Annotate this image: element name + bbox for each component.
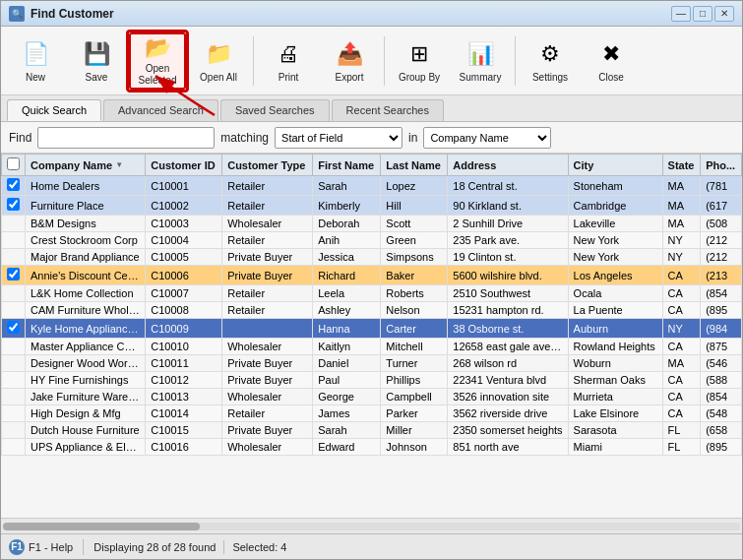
phone-cell: (212 (701, 232, 742, 249)
help-icon: F1 (9, 539, 25, 555)
first-name-cell: Hanna (313, 319, 381, 339)
first-name-cell: Daniel (313, 355, 381, 372)
last-name-cell: Miller (381, 422, 448, 439)
table-row[interactable]: Jake Furniture WarehouseC10013Wholesaler… (2, 389, 742, 405)
window-close-button[interactable]: ✕ (714, 6, 734, 22)
select-all-checkbox[interactable] (7, 157, 20, 170)
maximize-button[interactable]: □ (693, 6, 712, 22)
th-customer-id[interactable]: Customer ID (146, 155, 222, 176)
state-cell: MA (662, 176, 701, 196)
settings-button[interactable]: ⚙ Settings (522, 32, 579, 90)
city-cell: Ocala (568, 285, 662, 302)
company-name-cell: L&K Home Collection (26, 285, 146, 302)
table-row[interactable]: B&M DesignsC10003WholesalerDeborahScott2… (2, 216, 742, 232)
open-selected-button[interactable]: 📂 Open Selected (129, 32, 186, 90)
city-cell: Cambridge (568, 196, 662, 216)
table-row[interactable]: HY Fine FurnishingsC10012Private BuyerPa… (2, 372, 742, 389)
save-button[interactable]: 💾 Save (68, 32, 125, 90)
minimize-button[interactable]: — (671, 6, 691, 22)
row-checkbox[interactable] (7, 321, 20, 334)
close-toolbar-button[interactable]: ✖ Close (583, 32, 640, 90)
phone-cell: (875 (701, 339, 742, 355)
customer-type-cell: Private Buyer (222, 249, 313, 266)
horizontal-scrollbar[interactable] (1, 518, 742, 533)
th-checkbox[interactable] (2, 155, 26, 176)
city-cell: Sherman Oaks (568, 372, 662, 389)
scroll-track[interactable] (3, 523, 740, 530)
row-checkbox-cell (2, 339, 26, 355)
table-row[interactable]: CAM Furniture Wholesales, Inc.C10008Reta… (2, 302, 742, 319)
th-customer-type[interactable]: Customer Type (222, 155, 313, 176)
table-row[interactable]: Master Appliance CompanyC10010Wholesaler… (2, 339, 742, 355)
customer-id-cell: C10004 (146, 232, 222, 249)
table-wrapper[interactable]: Company Name ▼ Customer ID Customer Type… (1, 154, 742, 518)
table-row[interactable]: Kyle Home Appliance CenterC10009HannaCar… (2, 319, 742, 339)
tab-advanced-search[interactable]: Advanced Search (103, 99, 218, 121)
help-section: F1 F1 - Help (9, 539, 84, 555)
city-cell: Auburn (568, 319, 662, 339)
phone-cell: (548 (701, 405, 742, 422)
toolbar-separator-1 (253, 36, 254, 86)
table-row[interactable]: Designer Wood WorkerC10011Private BuyerD… (2, 355, 742, 372)
open-all-button[interactable]: 📁 Open All (190, 32, 247, 90)
last-name-cell: Campbell (381, 389, 448, 405)
table-row[interactable]: UPS Appliance & ElectronicsC10016Wholesa… (2, 439, 742, 456)
row-checkbox[interactable] (7, 178, 20, 191)
tab-saved-searches[interactable]: Saved Searches (220, 99, 330, 121)
summary-button[interactable]: 📊 Summary (452, 32, 509, 90)
window-title: Find Customer (31, 7, 114, 21)
table-row[interactable]: Home DealersC10001RetailerSarahLopez18 C… (2, 176, 742, 196)
row-checkbox[interactable] (7, 268, 20, 280)
table-row[interactable]: Crest Stockroom CorpC10004RetailerAnihGr… (2, 232, 742, 249)
row-checkbox-cell (2, 266, 26, 285)
in-select[interactable]: Company Name Customer ID First Name Last… (423, 127, 551, 149)
first-name-cell: Kimberly (313, 196, 381, 216)
search-tabs: Quick Search Advanced Search Saved Searc… (1, 95, 742, 122)
last-name-cell: Johnson (381, 439, 448, 456)
table-row[interactable]: Dutch House FurnitureC10015Private Buyer… (2, 422, 742, 439)
phone-cell: (781 (701, 176, 742, 196)
phone-cell: (212 (701, 249, 742, 266)
table-row[interactable]: L&K Home CollectionC10007RetailerLeelaRo… (2, 285, 742, 302)
th-address[interactable]: Address (448, 155, 568, 176)
new-button[interactable]: 📄 New (7, 32, 64, 90)
first-name-cell: Paul (313, 372, 381, 389)
table-row[interactable]: High Design & MfgC10014RetailerJamesPark… (2, 405, 742, 422)
th-phone[interactable]: Pho... (701, 155, 742, 176)
sort-arrow-company: ▼ (115, 160, 123, 169)
th-city[interactable]: City (568, 155, 662, 176)
th-company-name[interactable]: Company Name ▼ (26, 155, 146, 176)
company-name-cell: Major Brand Appliance (26, 249, 146, 266)
matching-select[interactable]: Start of Field Any Part of Field Exact M… (275, 127, 402, 149)
phone-cell: (213 (701, 266, 742, 285)
last-name-cell: Green (381, 232, 448, 249)
search-input[interactable] (37, 127, 215, 149)
first-name-cell: George (313, 389, 381, 405)
search-bar: Find matching Start of Field Any Part of… (1, 122, 742, 154)
table-row[interactable]: Annie's Discount CenterC10006Private Buy… (2, 266, 742, 285)
export-button[interactable]: 📤 Export (321, 32, 378, 90)
first-name-cell: Jessica (313, 249, 381, 266)
th-last-name[interactable]: Last Name (381, 155, 448, 176)
summary-label: Summary (460, 72, 502, 84)
address-cell: 851 north ave (448, 439, 568, 456)
table-row[interactable]: Major Brand ApplianceC10005Private Buyer… (2, 249, 742, 266)
company-name-cell: Furniture Place (26, 196, 146, 216)
scroll-thumb[interactable] (3, 523, 200, 530)
city-cell: Woburn (568, 355, 662, 372)
th-state[interactable]: State (662, 155, 701, 176)
table-row[interactable]: Furniture PlaceC10002RetailerKimberlyHil… (2, 196, 742, 216)
tab-quick-search[interactable]: Quick Search (7, 99, 101, 121)
title-buttons: — □ ✕ (671, 6, 734, 22)
first-name-cell: Leela (313, 285, 381, 302)
row-checkbox[interactable] (7, 198, 20, 211)
address-cell: 22341 Ventura blvd (448, 372, 568, 389)
customer-type-cell: Retailer (222, 176, 313, 196)
city-cell: Lakeville (568, 216, 662, 232)
tab-recent-searches[interactable]: Recent Searches (332, 99, 444, 121)
th-first-name[interactable]: First Name (313, 155, 381, 176)
customer-id-cell: C10009 (146, 319, 222, 339)
print-button[interactable]: 🖨 Print (260, 32, 317, 90)
group-by-button[interactable]: ⊞ Group By (391, 32, 448, 90)
first-name-cell: Richard (313, 266, 381, 285)
